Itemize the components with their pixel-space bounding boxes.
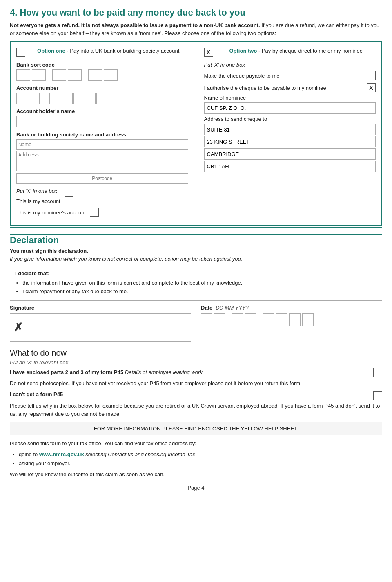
left-column: Option one - Pay into a UK bank or build… xyxy=(16,48,194,219)
send-list-item-1: going to www.hmrc.gov.uk selecting Conta… xyxy=(19,450,382,459)
sort-dash-2: – xyxy=(83,72,87,78)
right-column: X Option two - Pay by cheque direct to m… xyxy=(201,48,376,219)
option-two-desc: - Pay by cheque direct to me or my nomin… xyxy=(258,48,363,54)
bank-postcode-input[interactable] xyxy=(16,173,188,184)
this-is-nominee-label: This is my nominee's account xyxy=(16,210,86,216)
option-one-checkbox[interactable] xyxy=(16,48,25,57)
date-label-row: Date DD MM YYYY xyxy=(201,305,382,311)
bank-name-address-label: Bank or building society name and addres… xyxy=(16,132,188,138)
declaration-italic-warning: If you give information which you know i… xyxy=(10,256,382,262)
send-list-item-2: asking your employer. xyxy=(19,459,382,468)
authorise-nominee-label: I authorise the cheque to be payable to … xyxy=(204,85,326,91)
sort-box-3[interactable] xyxy=(52,69,66,81)
date-yyyy-3[interactable] xyxy=(289,313,301,326)
date-yyyy-1[interactable] xyxy=(263,313,274,326)
whatnow-italic: Put an 'X' in relevant box xyxy=(10,359,382,366)
sort-box-2[interactable] xyxy=(32,69,46,81)
acc-box-1[interactable] xyxy=(16,93,27,104)
send-list: going to www.hmrc.gov.uk selecting Conta… xyxy=(10,450,382,468)
this-nominee-checkbox[interactable] xyxy=(90,208,99,217)
p45-note: Do not send photocopies. If you have not… xyxy=(10,379,382,388)
option-one-desc: - Pay into a UK bank or building society… xyxy=(67,48,179,54)
address-line1-input[interactable] xyxy=(204,124,376,135)
account-holder-input[interactable] xyxy=(16,116,188,127)
cant-get-text: Please tell us why in the box below, for… xyxy=(10,402,382,418)
make-cheque-checkbox[interactable] xyxy=(367,71,376,80)
payment-options-box: Option one - Pay into a UK bank or build… xyxy=(10,41,382,226)
date-yyyy-4[interactable] xyxy=(302,313,314,326)
sort-dash-1: – xyxy=(47,72,51,78)
acc-box-4[interactable] xyxy=(51,93,61,104)
sort-box-1[interactable] xyxy=(16,69,30,81)
account-holder-label: Account holder's name xyxy=(16,108,188,114)
option-two-checkbox[interactable]: X xyxy=(204,48,213,57)
authorise-nominee-row: I authorise the cheque to be payable to … xyxy=(204,83,376,92)
info-box: FOR MORE INFORMATION PLEASE FIND ENCLOSE… xyxy=(10,422,382,435)
acc-box-2[interactable] xyxy=(28,93,38,104)
bullet1-link[interactable]: www.hmrc.gov.uk xyxy=(39,451,84,457)
address-to-send-label: Address to send cheque to xyxy=(204,116,376,122)
declaration-section: Declaration You must sign this declarati… xyxy=(10,227,382,342)
this-is-nominee-account-row: This is my nominee's account xyxy=(16,208,188,217)
date-block: Date DD MM YYYY xyxy=(201,305,382,326)
nominee-name-input[interactable] xyxy=(204,102,376,114)
p45-italic: Details of employee leaving work xyxy=(125,369,203,375)
cant-p45-row: I can't get a form P45 xyxy=(10,391,382,400)
cant-p45-checkbox[interactable] xyxy=(373,391,382,400)
make-cheque-row: Make the cheque payable to me xyxy=(204,71,376,80)
p45-checkbox[interactable] xyxy=(373,368,382,377)
this-is-my-account-row: This is my account xyxy=(16,196,188,205)
option-one-title: Option one xyxy=(37,48,65,54)
option-two-row: X Option two - Pay by cheque direct to m… xyxy=(204,48,376,57)
acc-box-5[interactable] xyxy=(62,93,73,104)
bullet1-suffix: selecting Contact us and choosing Income… xyxy=(84,451,195,457)
this-my-account-checkbox[interactable] xyxy=(65,196,74,205)
bank-name-input[interactable] xyxy=(16,139,188,150)
signature-date-row: Signature ✗ Date DD MM YYYY xyxy=(10,305,382,342)
declare-title: I declare that: xyxy=(15,270,377,277)
p45-text: I have enclosed parts 2 and 3 of my form… xyxy=(10,369,369,375)
date-format: DD MM YYYY xyxy=(216,305,249,311)
declaration-title: Declaration xyxy=(10,235,382,245)
put-x-note-left: Put 'X' in one box xyxy=(16,188,188,194)
date-yyyy-2[interactable] xyxy=(276,313,287,326)
make-cheque-label: Make the cheque payable to me xyxy=(204,73,280,79)
acc-box-3[interactable] xyxy=(39,93,50,104)
acc-box-7[interactable] xyxy=(85,93,96,104)
sort-box-6[interactable] xyxy=(104,69,118,81)
whatnow-title: What to do now xyxy=(10,348,382,358)
p45-row: I have enclosed parts 2 and 3 of my form… xyxy=(10,368,382,377)
declaration-must-sign: You must sign this declaration. xyxy=(10,248,382,254)
address-line4-input[interactable] xyxy=(204,161,376,172)
outcome-note: We will let you know the outcome of this… xyxy=(10,471,382,477)
signature-label: Signature xyxy=(10,305,191,311)
bullet1-prefix: going to xyxy=(19,451,39,457)
section4-intro: Not everyone gets a refund. It is not al… xyxy=(10,21,382,37)
declare-bullet1: the information I have given on this for… xyxy=(22,279,377,288)
authorise-nominee-checkbox[interactable]: X xyxy=(367,83,376,92)
declare-box: I declare that: the information I have g… xyxy=(10,266,382,301)
sort-box-4[interactable] xyxy=(68,69,82,81)
bank-sort-code-label: Bank sort code xyxy=(16,62,188,68)
date-dd-2[interactable] xyxy=(214,313,225,326)
section4-title: 4. How you want to be paid any money due… xyxy=(10,7,382,18)
declare-bullet2: I claim repayment of any tax due back to… xyxy=(22,288,377,296)
signature-mark: ✗ xyxy=(13,321,23,334)
signature-area[interactable]: ✗ xyxy=(10,313,191,342)
this-is-my-account-label: This is my account xyxy=(16,198,60,204)
whatnow-section: What to do now Put an 'X' in relevant bo… xyxy=(10,348,382,477)
date-mm-2[interactable] xyxy=(245,313,256,326)
account-number-row xyxy=(16,93,188,104)
date-label: Date xyxy=(201,305,212,311)
date-dd-1[interactable] xyxy=(201,313,212,326)
date-boxes-row xyxy=(201,313,382,326)
bank-address-input[interactable] xyxy=(16,151,188,171)
account-number-label: Account number xyxy=(16,85,188,91)
sort-box-5[interactable] xyxy=(88,69,102,81)
date-mm-1[interactable] xyxy=(232,313,243,326)
address-line2-input[interactable] xyxy=(204,136,376,147)
address-line3-input[interactable] xyxy=(204,148,376,160)
signature-block: Signature ✗ xyxy=(10,305,191,342)
acc-box-8[interactable] xyxy=(96,93,107,104)
acc-box-6[interactable] xyxy=(74,93,84,104)
